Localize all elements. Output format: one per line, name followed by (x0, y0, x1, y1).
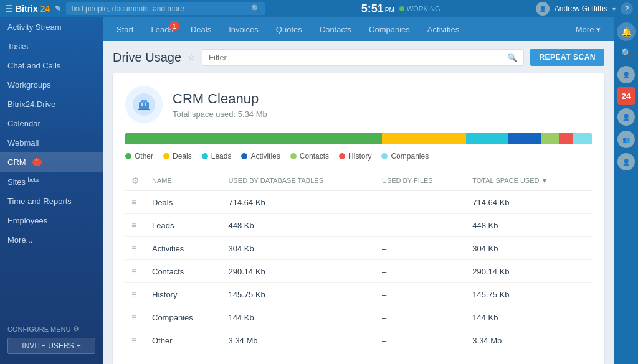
drag-icon[interactable]: ≡ (131, 266, 136, 276)
drag-icon[interactable]: ≡ (131, 335, 136, 345)
cleanup-svg-icon (131, 92, 156, 117)
configure-menu-label: CONFIGURE MENU (7, 325, 70, 333)
leads-badge: 1 (169, 21, 179, 31)
configure-icon: ⚙ (73, 325, 79, 333)
edit-icon[interactable]: ✎ (55, 4, 61, 13)
progress-segment-deals (382, 133, 466, 144)
nav-item-start[interactable]: Start (108, 17, 142, 41)
drag-icon[interactable]: ≡ (131, 220, 136, 230)
cell-db: 304 Kb (222, 237, 376, 260)
sidebar-item-workgroups[interactable]: Workgroups (0, 75, 103, 95)
drag-icon[interactable]: ≡ (131, 197, 136, 207)
search-right-icon: 🔍 (621, 48, 632, 58)
working-dot (399, 6, 404, 11)
drag-icon[interactable]: ≡ (131, 289, 136, 299)
legend-item-other: Other (125, 152, 153, 161)
cell-total: 448 Kb (466, 214, 592, 237)
sidebar-item-tasks[interactable]: Tasks (0, 37, 103, 56)
progress-segment-leads (466, 133, 508, 144)
table-row: ≡ History 145.75 Kb – 145.75 Kb (125, 283, 592, 306)
rp-avatar-user3[interactable]: 👥 (617, 131, 635, 148)
legend-dot (381, 153, 388, 159)
cleanup-header: CRM Cleanup Total space used: 5.34 Mb (125, 86, 592, 123)
sidebar-item-time-and-reports[interactable]: Time and Reports (0, 192, 103, 211)
progress-segment-other (125, 133, 382, 144)
repeat-scan-button[interactable]: REPEAT SCAN (530, 49, 604, 66)
legend-item-deals: Deals (163, 152, 192, 161)
cell-files: – (376, 283, 466, 306)
clock-area: 5:51 PM WORKING (270, 2, 530, 16)
nav-item-quotes[interactable]: Quotes (267, 17, 311, 41)
svg-rect-3 (141, 103, 143, 106)
legend-dot (125, 153, 131, 159)
sidebar-item-label: Employees (7, 216, 47, 225)
sidebar-item-crm[interactable]: CRM 1 (0, 152, 103, 172)
search-icon: 🔍 (251, 4, 260, 13)
bell-icon: 🔔 (621, 27, 632, 37)
cleanup-text: CRM Cleanup Total space used: 5.34 Mb (173, 91, 267, 119)
nav-item-activities[interactable]: Activities (419, 17, 468, 41)
legend-label: History (348, 152, 371, 161)
sidebar-item-employees[interactable]: Employees (0, 211, 103, 230)
col-db: USED BY DATABASE TABLES (222, 170, 376, 191)
logo[interactable]: ☰ Bitrix 24 ✎ (5, 4, 61, 14)
user-avatar[interactable]: 👤 (536, 2, 550, 16)
clock-ampm: PM (385, 7, 394, 14)
drag-icon[interactable]: ≡ (131, 312, 136, 322)
configure-menu-link[interactable]: CONFIGURE MENU ⚙ (7, 325, 95, 333)
legend-label: Deals (173, 152, 192, 161)
nav-item-leads[interactable]: Leads 1 (142, 17, 181, 41)
sidebar-item-webmail[interactable]: Webmail (0, 133, 103, 152)
nav-item-contacts[interactable]: Contacts (311, 17, 360, 41)
settings-icon[interactable]: ⚙ (131, 175, 140, 185)
table-body: ≡ Deals 714.64 Kb – 714.64 Kb ≡ Leads 44… (125, 191, 592, 352)
sidebar-item-more[interactable]: More... (0, 230, 103, 250)
drag-handle-cell: ≡ (125, 214, 146, 237)
cell-db: 290.14 Kb (222, 260, 376, 283)
sidebar-item-activity-stream[interactable]: Activity Stream (0, 17, 103, 37)
sidebar-item-bitrix24-drive[interactable]: Bitrix24.Drive (0, 95, 103, 114)
nav-item-more[interactable]: More ▾ (567, 17, 609, 41)
nav-item-invoices[interactable]: Invoices (220, 17, 267, 41)
col-total[interactable]: TOTAL SPACE USED ▼ (466, 170, 592, 191)
data-table: ⚙ NAME USED BY DATABASE TABLES USED BY F… (125, 170, 592, 352)
legend-label: Activities (250, 152, 280, 161)
sidebar-item-label: More... (7, 235, 32, 245)
drag-handle-cell: ≡ (125, 329, 146, 352)
rp-avatar-user4[interactable]: 👤 (617, 153, 635, 170)
cell-total: 714.64 Kb (466, 191, 592, 214)
rp-avatar-main[interactable]: 👤 (617, 66, 635, 83)
drag-icon[interactable]: ≡ (131, 243, 136, 253)
favorite-star-icon[interactable]: ☆ (188, 52, 196, 62)
search-right-icon-btn[interactable]: 🔍 (617, 44, 636, 62)
working-status[interactable]: WORKING (399, 5, 440, 12)
menu-hamburger-icon[interactable]: ☰ (5, 4, 13, 14)
sidebar-item-chat-and-calls[interactable]: Chat and Calls (0, 56, 103, 75)
sidebar-item-sites-beta[interactable]: Sites beta (0, 172, 103, 192)
legend-dot (202, 153, 208, 159)
bitrix24-notification-icon[interactable]: 24 (617, 87, 635, 105)
cell-db: 144 Kb (222, 306, 376, 329)
invite-users-button[interactable]: INVITE USERS + (7, 338, 95, 354)
top-bar-right: 👤 Andrew Griffiths ▾ ? (536, 2, 633, 16)
nav-label: Quotes (276, 25, 302, 34)
nav-item-deals[interactable]: Deals (182, 17, 220, 41)
sidebar-item-label: Tasks (7, 42, 28, 51)
nav-item-companies[interactable]: Companies (360, 17, 419, 41)
filter-input[interactable] (209, 53, 503, 62)
rp-avatar-user2[interactable]: 👤 (617, 108, 635, 126)
cell-total: 144 Kb (466, 306, 592, 329)
legend-dot (290, 153, 297, 159)
cell-total: 3.34 Mb (466, 329, 592, 352)
cleanup-title: CRM Cleanup (173, 91, 267, 107)
user-chevron-icon[interactable]: ▾ (612, 6, 616, 12)
notifications-icon-btn[interactable]: 🔔 (617, 22, 636, 41)
nav-label: Contacts (320, 25, 351, 34)
sidebar-item-calendar[interactable]: Calendar (0, 114, 103, 133)
cell-files: – (376, 214, 466, 237)
legend-item-activities: Activities (241, 152, 280, 161)
search-input[interactable] (71, 4, 251, 13)
col-files: USED BY FILES (376, 170, 466, 191)
svg-rect-4 (145, 103, 146, 106)
help-icon[interactable]: ? (621, 2, 633, 15)
